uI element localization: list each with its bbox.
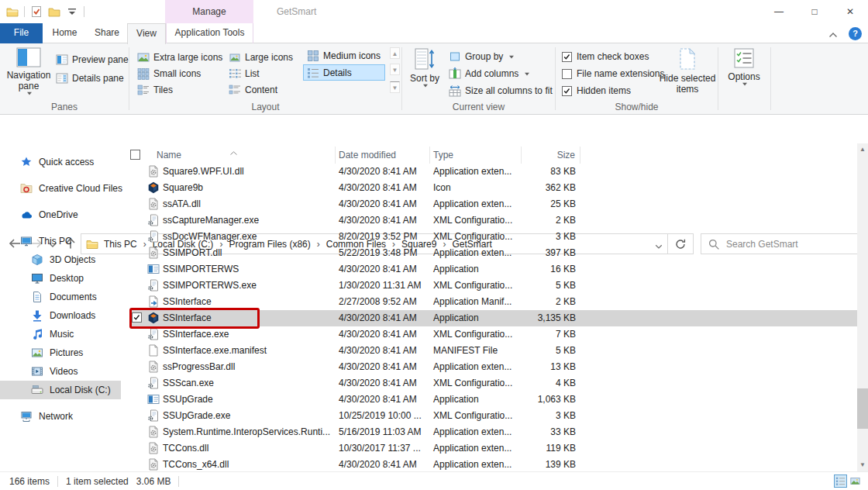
sidebar-item-desktop[interactable]: Desktop (0, 269, 121, 288)
scrollbar-thumb[interactable] (857, 388, 868, 429)
file-date: 4/30/2020 8:41 AM (336, 261, 430, 278)
file-row-square9b-1[interactable]: Square9b4/30/2020 8:41 AMIcon362 KB (130, 180, 857, 196)
preview-pane-button[interactable]: Preview pane (56, 52, 129, 67)
file-row-square9-wpf-ui-dll-0[interactable]: Square9.WPF.UI.dll4/30/2020 8:41 AMAppli… (130, 164, 857, 180)
row-checkbox-checked-icon[interactable] (132, 312, 142, 323)
file-size: 119 KB (522, 440, 580, 457)
sidebar-item-label: Music (50, 329, 74, 340)
file-row-ssimporterws-exe-7[interactable]: SSIMPORTERWS.exe1/30/2020 11:31 AMXML Co… (130, 278, 857, 294)
file-row-ssdocwfmanager-exe-4[interactable]: ssDocWFManager.exe8/20/2019 3:52 PMXML C… (130, 229, 857, 245)
sidebar-item-pictures[interactable]: Pictures (0, 343, 121, 362)
details-pane-button[interactable]: Details pane (56, 71, 124, 86)
column-header-date-modified[interactable]: Date modified (336, 147, 430, 164)
file-row-tccons-x64-dll-18[interactable]: TCCons_x64.dll4/30/2020 8:41 AMApplicati… (130, 457, 857, 471)
sidebar-item-creative-cloud-files[interactable]: Creative Cloud Files (0, 179, 121, 198)
sidebar-item-videos[interactable]: Videos (0, 362, 121, 381)
sidebar-item-network[interactable]: Network (0, 407, 121, 426)
file-name-cell: ssCaptureManager.exe (130, 212, 336, 229)
scroll-up-icon[interactable]: ▲ (857, 143, 868, 156)
file-row-ssinterface-exe-manifest-11[interactable]: SSInterface.exe.manifest4/30/2020 8:41 A… (130, 343, 857, 359)
group-by-button[interactable]: Group by (449, 49, 515, 64)
minimize-button[interactable]: ― (761, 0, 797, 23)
sort-by-button[interactable]: Sort by (407, 47, 443, 88)
layout-more-icon[interactable]: ▼ (390, 81, 400, 93)
sidebar-item-downloads[interactable]: Downloads (0, 306, 121, 325)
layout-option-small-icons[interactable]: Small icons (137, 65, 222, 81)
file-row-ssprogressbar-dll-12[interactable]: ssProgressBar.dll4/30/2020 8:41 AMApplic… (130, 359, 857, 375)
file-size: 397 KB (522, 245, 580, 261)
layout-option-tiles[interactable]: Tiles (137, 81, 222, 98)
sidebar-item-quick-access[interactable]: Quick access (0, 153, 121, 171)
select-all-checkbox[interactable] (130, 150, 140, 160)
help-icon[interactable]: ? (849, 27, 862, 40)
file-row-ssinterface-exe-10[interactable]: SSInterface.exe4/30/2020 8:41 AMXML Conf… (130, 326, 857, 343)
layout-option-details[interactable]: Details (303, 64, 385, 81)
navigation-pane-button[interactable]: Navigation pane (5, 47, 53, 95)
sidebar-item-documents[interactable]: Documents (0, 288, 121, 306)
file-name: TCCons.dll (163, 443, 208, 454)
column-header-name[interactable]: Name (130, 147, 336, 164)
column-header-type[interactable]: Type (430, 147, 522, 164)
layout-option-label: Small icons (153, 68, 201, 79)
sidebar-item-3d-objects[interactable]: 3D Objects (0, 250, 121, 269)
hide-selected-items-button[interactable]: Hide selected items (658, 47, 717, 95)
file-row-ssscan-exe-13[interactable]: SSScan.exe4/30/2020 8:41 AMXML Configura… (130, 375, 857, 392)
file-date: 2/27/2008 9:52 AM (336, 294, 430, 310)
vertical-scrollbar[interactable]: ▲ ▼ (857, 143, 868, 471)
layout-scroll-down-icon[interactable]: ▼ (390, 64, 400, 75)
column-header-size[interactable]: Size (522, 147, 580, 164)
checkbox-item-check-boxes[interactable]: Item check boxes (562, 50, 649, 64)
file-row-ssupgrade-exe-15[interactable]: SSUpGrade.exe10/25/2019 10:00 ...XML Con… (130, 408, 857, 424)
tab-file[interactable]: File (0, 23, 43, 43)
sidebar-item-local-disk-c[interactable]: Local Disk (C:) (0, 381, 121, 399)
options-label: Options (728, 71, 760, 82)
details-view-toggle-icon[interactable] (834, 474, 847, 488)
layout-option-large-icons[interactable]: Large icons (229, 49, 293, 65)
scroll-down-icon[interactable]: ▼ (857, 459, 868, 471)
thumbnail-view-toggle-icon[interactable] (849, 474, 862, 488)
file-row-ssinterface-8[interactable]: SSInterface2/27/2008 9:52 AMApplication … (130, 294, 857, 310)
sidebar-item-this-pc[interactable]: This PC (0, 232, 121, 250)
tab-home[interactable]: Home (43, 23, 87, 43)
layout-option-content[interactable]: Content (229, 81, 293, 98)
explorer-icon[interactable] (6, 5, 19, 18)
sidebar-item-onedrive[interactable]: OneDrive (0, 205, 121, 224)
maximize-button[interactable]: □ (797, 0, 832, 23)
file-row-system-runtime-interopservices-runti-16[interactable]: System.Runtime.InteropServices.Runti...5… (130, 424, 857, 440)
manifest-file-icon (147, 295, 160, 308)
file-row-ssimport-dll-5[interactable]: SSIMPORT.dll5/22/2019 3:48 PMApplication… (130, 245, 857, 261)
config-file-icon (147, 328, 160, 340)
checkbox-checked-icon[interactable] (562, 52, 572, 62)
layout-option-medium-icons[interactable]: Medium icons (303, 47, 385, 64)
properties-icon[interactable] (30, 5, 43, 18)
ribbon: Navigation pane Preview pane Details pan… (0, 43, 868, 115)
new-folder-icon[interactable] (48, 5, 60, 18)
tab-view[interactable]: View (127, 23, 166, 44)
sidebar-item-label: Network (39, 411, 73, 422)
customize-qat-icon[interactable] (66, 5, 78, 18)
sidebar-item-music[interactable]: Music (0, 325, 121, 343)
tab-share[interactable]: Share (87, 23, 127, 43)
layout-option-extra-large-icons[interactable]: Extra large icons (137, 49, 222, 65)
layout-scroll-up-icon[interactable]: ▲ (390, 47, 400, 59)
file-row-ssinterface-9[interactable]: SSInterface4/30/2020 8:41 AMApplication3… (130, 310, 857, 326)
checkbox-file-name-extensions[interactable]: File name extensions (562, 67, 664, 81)
collapse-ribbon-icon[interactable] (828, 29, 838, 39)
file-row-tccons-dll-17[interactable]: TCCons.dll10/30/2017 11:37 ...Applicatio… (130, 440, 857, 457)
size-all-columns-button[interactable]: Size all columns to fit (449, 83, 553, 98)
file-type: XML Configuratio... (430, 326, 522, 343)
file-row-ssupgrade-14[interactable]: SSUpGrade4/30/2020 8:41 AMApplication1,0… (130, 392, 857, 408)
file-row-sscapturemanager-exe-3[interactable]: ssCaptureManager.exe4/30/2020 8:41 AMXML… (130, 212, 857, 229)
file-row-ssata-dll-2[interactable]: ssATA.dll4/30/2020 8:41 AMApplication ex… (130, 196, 857, 212)
options-button[interactable]: Options (721, 47, 767, 86)
file-row-ssimporterws-6[interactable]: SSIMPORTERWS4/30/2020 8:41 AMApplication… (130, 261, 857, 278)
checkbox-checked-icon[interactable] (562, 86, 572, 96)
layout-option-label: Medium icons (323, 50, 381, 61)
checkbox-unchecked-icon[interactable] (562, 69, 572, 79)
tab-application-tools[interactable]: Application Tools (166, 23, 253, 43)
checkbox-hidden-items[interactable]: Hidden items (562, 84, 631, 98)
close-button[interactable]: ✕ (832, 0, 868, 23)
file-type: Application exten... (430, 196, 522, 212)
add-columns-button[interactable]: Add columns (449, 66, 530, 81)
layout-option-list[interactable]: List (229, 65, 293, 81)
